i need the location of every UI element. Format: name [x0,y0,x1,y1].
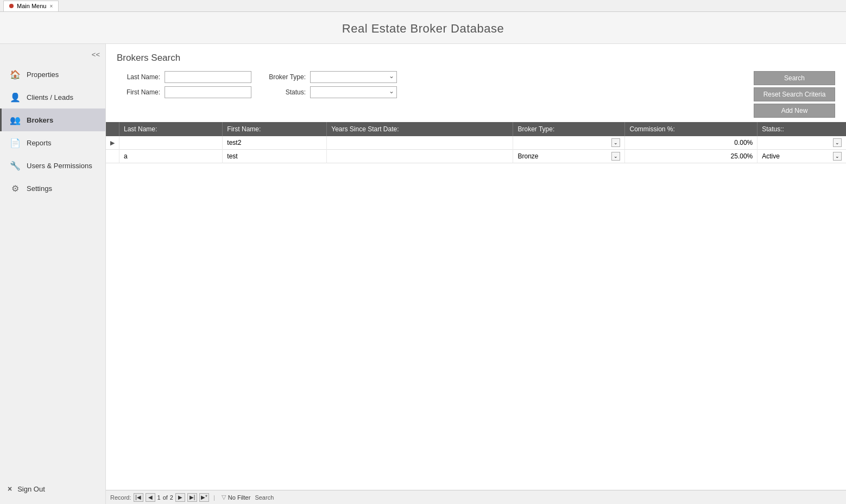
status-dropdown-btn[interactable]: ⌄ [833,138,842,147]
table-header-row: Last Name: First Name: Years Since Start… [106,122,846,136]
tab-dot [9,4,14,8]
col-last-name: Last Name: [119,122,223,136]
sidebar-item-label-settings: Settings [27,184,52,193]
nav-new-button[interactable]: ▶* [199,493,209,502]
col-broker-type: Broker Type: [513,122,625,136]
add-new-button[interactable]: Add New [754,104,835,118]
sign-out-icon: × [8,484,12,493]
search-button[interactable]: Search [754,71,835,85]
no-filter-label: No Filter [228,494,251,501]
search-status-label: Search [255,494,274,501]
row-selector: ▶ [106,136,119,150]
app-title: Real Estate Broker Database [11,22,835,36]
broker-type-dropdown-btn[interactable]: ⌄ [611,152,620,161]
status-row: Status: Active Inactive [262,86,743,98]
col-status: Status:: [757,122,846,136]
cell-years [327,136,513,150]
last-name-label: Last Name: [117,73,160,81]
broker-type-label: Broker Type: [262,73,306,81]
first-name-input[interactable] [165,86,251,98]
content-area: Brokers Search Last Name: First Name: [106,44,846,504]
broker-type-dropdown-btn[interactable]: ⌄ [611,138,620,147]
search-left-fields: Last Name: First Name: [117,71,251,98]
brokers-table: Last Name: First Name: Years Since Start… [106,122,846,163]
status-label: Status: [262,88,306,96]
of-label: of [163,494,168,501]
cell-commission: 25.00% [625,150,757,163]
sidebar-item-label-properties: Properties [27,71,59,79]
col-commission: Commission %: [625,122,757,136]
reset-search-button[interactable]: Reset Search Criteria [754,87,835,101]
nav-next-button[interactable]: ▶ [175,493,185,502]
status-select[interactable]: Active Inactive [310,86,397,98]
first-name-label: First Name: [117,88,160,96]
search-right-fields: Broker Type: Bronze Silver Gold [262,71,743,98]
sidebar-collapse-button[interactable]: << [0,48,105,63]
broker-type-select-wrapper: Bronze Silver Gold [310,71,397,83]
sidebar-item-brokers[interactable]: 👥 Brokers [0,109,105,131]
sign-out-label: Sign Out [17,485,45,493]
cell-years [327,150,513,163]
cell-first-name: test [223,150,327,163]
app-title-bar: Real Estate Broker Database [0,12,846,44]
search-buttons-group: Search Reset Search Criteria Add New [754,71,835,118]
first-name-row: First Name: [117,86,251,98]
status-separator: | [213,494,215,501]
table-row[interactable]: ▶test2⌄0.00%⌄ [106,136,846,150]
search-panel-title: Brokers Search [117,53,835,63]
col-selector [106,122,119,136]
brokers-icon: 👥 [9,114,21,126]
record-label: Record: [110,494,131,501]
broker-type-row: Broker Type: Bronze Silver Gold [262,71,743,83]
cell-broker-type[interactable]: Bronze⌄ [513,150,625,163]
status-dropdown-btn[interactable]: ⌄ [833,152,842,161]
cell-broker-type[interactable]: ⌄ [513,136,625,149]
nav-first-button[interactable]: |◀ [134,493,143,502]
nav-prev-button[interactable]: ◀ [146,493,155,502]
search-panel: Brokers Search Last Name: First Name: [106,44,846,122]
last-name-input[interactable] [165,71,251,83]
broker-type-select[interactable]: Bronze Silver Gold [310,71,397,83]
filter-icon: ▽ [222,494,226,501]
sidebar: << 🏠 Properties 👤 Clients / Leads 👥 Brok… [0,44,106,504]
col-years-since-start: Years Since Start Date: [327,122,513,136]
cell-last-name [119,136,223,150]
total-records: 2 [170,494,173,501]
data-table-wrapper: Last Name: First Name: Years Since Start… [106,122,846,490]
cell-first-name: test2 [223,136,327,150]
cell-commission: 0.00% [625,136,757,150]
current-record: 1 [157,494,161,501]
main-menu-tab[interactable]: Main Menu × [3,1,59,11]
filter-indicator: ▽ No Filter [222,494,251,501]
cell-last-name: a [119,150,223,163]
nav-last-button[interactable]: ▶| [187,493,197,502]
sidebar-item-users-permissions[interactable]: 🔧 Users & Permissions [0,154,105,177]
title-bar: Main Menu × [0,0,846,12]
tab-label: Main Menu [17,3,46,9]
col-first-name: First Name: [223,122,327,136]
sidebar-item-clients-leads[interactable]: 👤 Clients / Leads [0,86,105,109]
cell-status[interactable]: Active⌄ [757,150,846,163]
last-name-row: Last Name: [117,71,251,83]
sidebar-item-label-clients: Clients / Leads [27,93,73,101]
clients-icon: 👤 [9,91,21,103]
status-bar: Record: |◀ ◀ 1 of 2 ▶ ▶| ▶* | ▽ No Filte… [106,490,846,504]
sign-out-button[interactable]: × Sign Out [0,479,105,499]
sidebar-item-label-reports: Reports [27,139,52,147]
reports-icon: 📄 [9,137,21,149]
sidebar-item-label-users: Users & Permissions [27,162,92,170]
properties-icon: 🏠 [9,68,21,80]
users-icon: 🔧 [9,160,21,171]
row-selector [106,150,119,163]
sidebar-item-label-brokers: Brokers [27,116,53,124]
settings-icon: ⚙ [9,182,21,194]
status-select-wrapper: Active Inactive [310,86,397,98]
tab-close-button[interactable]: × [49,3,53,9]
sidebar-item-reports[interactable]: 📄 Reports [0,131,105,154]
sidebar-item-settings[interactable]: ⚙ Settings [0,177,105,200]
cell-status[interactable]: ⌄ [757,136,846,149]
sidebar-item-properties[interactable]: 🏠 Properties [0,63,105,86]
table-row[interactable]: atestBronze⌄25.00%Active⌄ [106,150,846,163]
